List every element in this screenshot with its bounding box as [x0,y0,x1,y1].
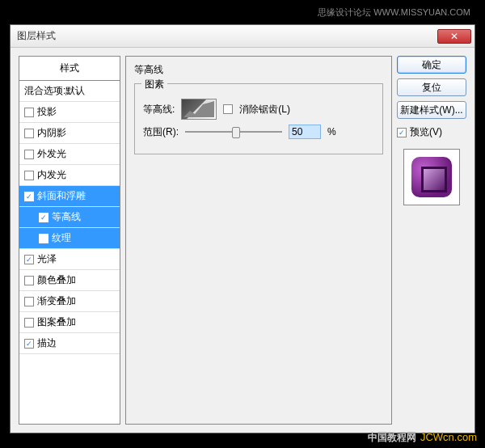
svg-marker-0 [183,101,214,117]
preview-gem-icon [411,157,452,197]
style-row-11[interactable]: ✓描边 [19,333,120,354]
style-label: 图案叠加 [37,315,76,329]
wm-com: JCWcn.com [420,431,477,443]
style-checkbox[interactable] [39,234,48,243]
style-label: 外发光 [37,147,66,161]
close-button[interactable]: ✕ [437,29,471,44]
layer-style-dialog: 图层样式 ✕ 样式 混合选项:默认 投影内阴影外发光内发光✓斜面和浮雕✓等高线纹… [10,24,475,433]
dialog-title: 图层样式 [17,29,437,43]
preview-thumbnail [403,149,460,205]
style-label: 光泽 [37,252,57,266]
style-label: 内阴影 [37,126,66,140]
styles-panel: 样式 混合选项:默认 投影内阴影外发光内发光✓斜面和浮雕✓等高线纹理✓光泽颜色叠… [19,56,120,425]
style-row-3[interactable]: 内发光 [19,165,120,186]
style-checkbox[interactable] [24,276,34,285]
preview-checkbox[interactable]: ✓ [397,128,407,137]
style-label: 渐变叠加 [37,294,76,308]
style-label: 内发光 [37,168,66,182]
style-checkbox[interactable] [24,129,34,138]
style-label: 等高线 [52,210,81,224]
ok-label: 确定 [422,58,441,72]
watermark-bottom: 中国教程网 JCWcn.com [368,428,477,445]
style-checkbox[interactable] [24,297,34,306]
style-checkbox[interactable]: ✓ [24,192,34,201]
style-label: 颜色叠加 [37,273,76,287]
contour-label: 等高线: [143,103,175,116]
wm-cn: 中国教程网 [368,432,416,443]
style-row-5[interactable]: ✓等高线 [19,207,120,228]
style-checkbox[interactable]: ✓ [24,339,34,349]
cancel-label: 复位 [422,81,441,95]
style-row-9[interactable]: 渐变叠加 [19,291,120,312]
style-label: 描边 [37,336,57,350]
slider-handle[interactable] [232,127,240,138]
antialias-checkbox[interactable] [223,104,233,114]
ok-button[interactable]: 确定 [397,56,466,74]
contour-settings-panel: 等高线 图素 等高线: 消除锯齿(L) 范围(R): [125,56,392,425]
contour-title: 等高线 [134,63,383,77]
watermark-top: 思缘设计论坛 WWW.MISSYUAN.COM [318,6,470,19]
percent-label: % [327,126,336,137]
style-checkbox[interactable]: ✓ [24,255,34,264]
close-icon: ✕ [450,31,458,42]
style-row-10[interactable]: 图案叠加 [19,312,120,333]
style-checkbox[interactable] [24,108,34,117]
range-label: 范围(R): [143,125,179,139]
style-checkbox[interactable] [24,318,34,328]
blending-options-row[interactable]: 混合选项:默认 [19,81,120,102]
style-row-4[interactable]: ✓斜面和浮雕 [19,186,120,207]
style-checkbox[interactable]: ✓ [39,213,48,222]
style-checkbox[interactable] [24,171,34,180]
style-row-2[interactable]: 外发光 [19,144,120,165]
new-style-label: 新建样式(W)... [400,104,462,117]
style-label: 纹理 [52,231,71,245]
style-row-8[interactable]: 颜色叠加 [19,270,120,291]
style-row-6[interactable]: 纹理 [19,228,120,249]
style-row-0[interactable]: 投影 [19,102,120,123]
style-checkbox[interactable] [24,150,34,159]
new-style-button[interactable]: 新建样式(W)... [397,101,466,119]
range-input[interactable] [289,125,321,139]
cancel-button[interactable]: 复位 [397,78,466,96]
blending-label: 混合选项:默认 [24,84,85,98]
style-label: 斜面和浮雕 [37,189,86,203]
style-row-7[interactable]: ✓光泽 [19,249,120,270]
style-row-1[interactable]: 内阴影 [19,123,120,144]
style-label: 投影 [37,105,57,119]
styles-header: 样式 [19,57,120,81]
right-panel: 确定 复位 新建样式(W)... ✓ 预览(V) [397,56,466,425]
elements-group: 图素 等高线: 消除锯齿(L) 范围(R): % [134,83,383,154]
elements-legend: 图素 [141,78,167,91]
range-slider[interactable] [185,125,282,138]
contour-picker[interactable] [181,99,217,120]
preview-label: 预览(V) [410,125,442,139]
antialias-label: 消除锯齿(L) [239,103,290,116]
titlebar: 图层样式 ✕ [11,25,474,48]
